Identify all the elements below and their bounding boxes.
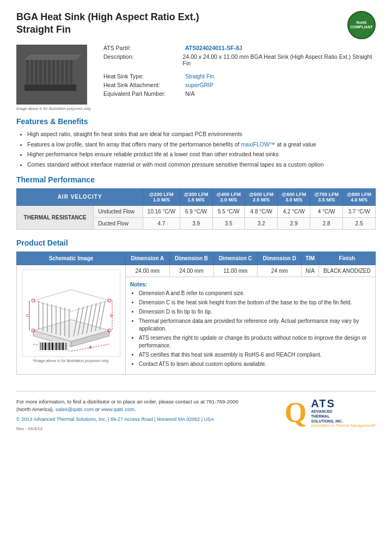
svg-rect-45 [39, 341, 69, 351]
ats-sub3: SOLUTIONS, INC. [311, 419, 376, 424]
pd-header-b: Dimension B [169, 252, 213, 265]
product-detail-title: Product Detail [16, 238, 376, 247]
product-image-caption: Image above is for illustration purposes… [16, 107, 93, 111]
feature-item-2: Higher performance helps ensure reliable… [27, 150, 376, 158]
ducted-2: 3.5 [212, 217, 245, 229]
feature-item-0: High aspect ratio, straight fin heat sin… [27, 130, 376, 138]
spec-row-equiv: Equivalent Part Number: N/A [103, 90, 376, 97]
note-1: Dimension C is the heat sink height from… [139, 299, 371, 307]
feature-item-1: Features a low profile, slant fin array … [27, 140, 376, 149]
ducted-3: 3.2 [245, 217, 278, 229]
footer-website[interactable]: www.qats.com [101, 406, 134, 412]
footer-email[interactable]: sales@qats.com [56, 406, 94, 412]
col-header-5: @700 LFM3.5 M/S [310, 188, 343, 205]
dim-c: 11.00 mm [213, 265, 258, 277]
note-6: Contact ATS to learn about custom option… [139, 360, 371, 368]
svg-rect-8 [57, 60, 59, 85]
ats-text: ATS ADVANCED THERMAL SOLUTIONS, INC. Inn… [311, 398, 376, 427]
spec-value-type[interactable]: Straight Fin [185, 73, 215, 79]
features-list: High aspect ratio, straight fin heat sin… [16, 130, 376, 169]
ducted-5: 2.8 [310, 217, 343, 229]
svg-rect-4 [39, 60, 42, 85]
col-header-6: @800 LFM4.0 M/S [343, 188, 376, 205]
spec-row-attach: Heat Sink Attachment: superGRIP [103, 82, 376, 88]
unducted-5: 4 °C/W [310, 205, 343, 217]
note-2: Dimension D is fin tip to fin tip. [139, 308, 371, 316]
spec-row-part: ATS Part#: ATS024024011-SF-8J [103, 45, 376, 51]
spec-value-part[interactable]: ATS024024011-SF-8J [185, 45, 242, 51]
dim-a: 24.00 mm [126, 265, 170, 277]
svg-rect-2 [30, 60, 33, 85]
svg-rect-6 [48, 60, 51, 85]
unducted-1: 6.9 °C/W [180, 205, 212, 217]
unducted-4: 4.2 °C/W [278, 205, 310, 217]
note-4: ATS reserves the right to update or chan… [139, 334, 371, 350]
dim-finish: BLACK ANODIZED [318, 265, 375, 277]
ducted-1: 3.9 [180, 217, 212, 229]
ats-logo: Q ATS ADVANCED THERMAL SOLUTIONS, INC. I… [285, 398, 376, 427]
ats-q-mark: Q [285, 399, 307, 427]
spec-label-equiv: Equivalent Part Number: [103, 90, 185, 97]
dim-d: 24 mm [258, 265, 302, 277]
notes-cell: Notes: Dimension A and B refer to compon… [126, 277, 376, 374]
schematic-svg: A B C D [25, 271, 118, 355]
product-info-section: Image above is for illustration purposes… [16, 45, 376, 111]
footer-section: For more information, to find a distribu… [16, 391, 376, 432]
unducted-0: 10.16 °C/W [143, 205, 180, 217]
unducted-label: Unducted Flow [94, 205, 143, 217]
note-3: Thermal performance data are provided fo… [139, 317, 371, 333]
note-5: ATS certifies that this heat sink assemb… [139, 351, 371, 359]
spec-label-attach: Heat Sink Attachment: [103, 82, 185, 88]
footer-text: For more information, to find a distribu… [16, 398, 245, 414]
page-header: BGA Heat Sink (High Aspect Ratio Ext.) S… [16, 11, 376, 39]
notes-title: Notes: [130, 281, 371, 287]
features-title: Features & Benefits [16, 117, 376, 126]
thermal-resistance-label: THERMAL RESISTANCE [17, 205, 94, 229]
ducted-6: 2.5 [343, 217, 376, 229]
schematic-caption: *Image above is for illustration purpose… [21, 359, 121, 363]
col-header-2: @400 LFM2.0 M/S [212, 188, 245, 205]
spec-label-part: ATS Part#: [103, 45, 185, 51]
maxiflow-link[interactable]: maxiFLOW™ [241, 141, 275, 148]
spec-row-desc: Description: 24.00 x 24.00 x 11.00 mm BG… [103, 53, 376, 66]
spec-value-attach[interactable]: superGRIP [185, 82, 213, 88]
rohs-badge: RoHS COMPLIANT [347, 11, 376, 39]
svg-text:B: B [89, 345, 92, 349]
product-image [16, 45, 87, 105]
title-line2: Straight Fin [16, 24, 71, 35]
col-header-4: @600 LFM3.0 M/S [278, 188, 310, 205]
rev-note: Rev - 04/4/13 [16, 426, 245, 431]
notes-list: Dimension A and B refer to component siz… [130, 290, 371, 368]
rohs-line1: RoHS [356, 21, 366, 25]
svg-line-30 [95, 302, 101, 331]
svg-text:D: D [110, 314, 113, 317]
title-line1: BGA Heat Sink (High Aspect Ratio Ext.) [16, 11, 199, 22]
ats-sub2: THERMAL [311, 414, 376, 419]
svg-text:C: C [26, 314, 29, 317]
spec-label-type: Heat Sink Type: [103, 73, 185, 79]
ats-main: ATS [311, 398, 376, 409]
footer-left: For more information, to find a distribu… [16, 398, 245, 432]
spec-row-type: Heat Sink Type: Straight Fin [103, 73, 376, 79]
svg-rect-5 [44, 60, 46, 85]
pd-header-c: Dimension C [213, 252, 258, 265]
spec-value-equiv: N/A [185, 90, 195, 97]
spec-value-desc: 24.00 x 24.00 x 11.00 mm BGA Heat Sink (… [183, 53, 376, 66]
svg-marker-13 [24, 54, 82, 60]
col-header-3: @500 LFM2.5 M/S [245, 188, 278, 205]
product-specs: ATS Part#: ATS024024011-SF-8J Descriptio… [103, 45, 376, 111]
svg-rect-3 [35, 60, 38, 85]
spec-label-desc: Description: [103, 53, 183, 66]
product-image-area: Image above is for illustration purposes… [16, 45, 93, 111]
thermal-title: Thermal Performance [16, 175, 376, 184]
pd-header-finish: Finish [318, 252, 375, 265]
col-header-0: @200 LFM1.0 M/S [143, 188, 180, 205]
col-header-1: @300 LFM1.5 M/S [180, 188, 212, 205]
pd-header-a: Dimension A [126, 252, 170, 265]
schematic-cell: A B C D [17, 265, 126, 374]
feature-item-3: Comes standard without interface materia… [27, 161, 376, 169]
svg-line-31 [100, 301, 105, 330]
unducted-2: 5.5 °C/W [212, 205, 245, 217]
dim-b: 24.00 mm [169, 265, 213, 277]
ats-tagline: Innovations in Thermal Management® [311, 424, 376, 427]
